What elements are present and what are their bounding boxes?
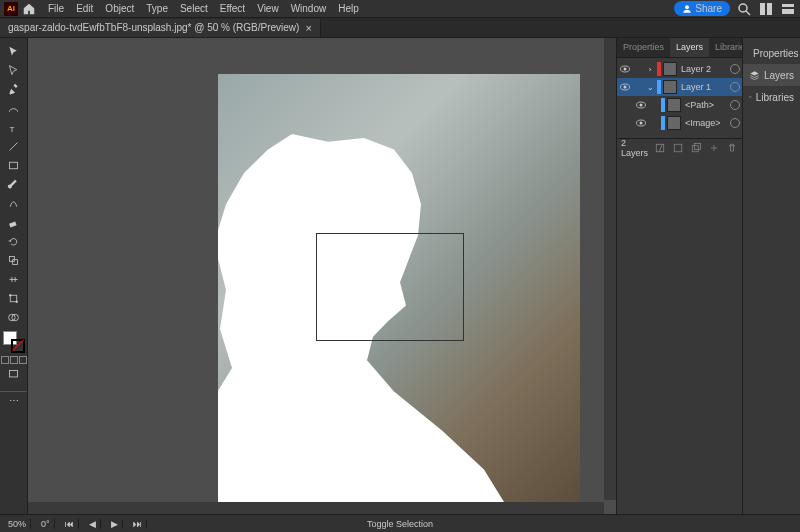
svg-rect-11 — [9, 256, 14, 261]
tool-line[interactable] — [3, 137, 25, 155]
layer-name[interactable]: Layer 1 — [679, 82, 728, 92]
target-icon[interactable] — [730, 100, 740, 110]
tools-panel: T ⋯ — [0, 38, 28, 514]
artboard-nav-first-icon[interactable]: ⏮ — [61, 519, 79, 529]
visibility-toggle-icon[interactable] — [619, 63, 631, 75]
tool-shape-builder[interactable] — [3, 308, 25, 326]
dock-label: Libraries — [756, 92, 794, 103]
share-button[interactable]: Share — [674, 1, 730, 16]
delete-layer-icon[interactable] — [726, 142, 738, 154]
layers-panel-footer: 2 Layers — [617, 138, 742, 156]
target-icon[interactable] — [730, 64, 740, 74]
libraries-icon — [749, 90, 752, 104]
app-logo: Ai — [4, 2, 18, 16]
tool-rectangle[interactable] — [3, 156, 25, 174]
menu-view[interactable]: View — [251, 3, 285, 14]
canvas[interactable] — [28, 38, 616, 514]
new-sublayer-icon[interactable] — [690, 142, 702, 154]
menu-select[interactable]: Select — [174, 3, 214, 14]
svg-line-8 — [9, 142, 17, 150]
panel-tab-properties[interactable]: Properties — [617, 38, 670, 57]
zoom-level[interactable]: 50% — [4, 519, 31, 529]
expand-toggle-icon[interactable]: › — [645, 65, 655, 74]
dock-item-layers[interactable]: Layers — [743, 64, 800, 86]
share-label: Share — [695, 3, 722, 14]
tool-paintbrush[interactable] — [3, 175, 25, 193]
svg-point-14 — [9, 294, 11, 296]
scrollbar-vertical[interactable] — [604, 38, 616, 500]
document-tab-title: gaspar-zaldo-tvdEwfbTbF8-unsplash.jpg* @… — [8, 22, 299, 33]
right-dock: Properties Layers Libraries — [742, 38, 800, 514]
rotate-view[interactable]: 0° — [37, 519, 55, 529]
tool-rotate[interactable] — [3, 232, 25, 250]
artboard-nav-prev-icon[interactable]: ◀ — [85, 519, 101, 529]
menu-help[interactable]: Help — [332, 3, 365, 14]
stroke-color-swatch[interactable] — [11, 339, 25, 353]
tool-selection[interactable] — [3, 42, 25, 60]
target-icon[interactable] — [730, 118, 740, 128]
layer-thumbnail — [667, 116, 681, 130]
menu-object[interactable]: Object — [99, 3, 140, 14]
tab-close-icon[interactable]: × — [305, 22, 311, 34]
sublayer-row[interactable]: <Path> — [617, 96, 742, 114]
tool-pen[interactable] — [3, 80, 25, 98]
artboard-nav-last-icon[interactable]: ⏭ — [129, 519, 147, 529]
locate-object-icon[interactable] — [654, 142, 666, 154]
tool-eraser[interactable] — [3, 213, 25, 231]
svg-point-15 — [16, 300, 18, 302]
draw-mode-icons[interactable] — [1, 356, 27, 364]
edit-toolbar-button[interactable]: ⋯ — [0, 391, 27, 409]
layer-thumbnail — [667, 98, 681, 112]
document-tabbar: gaspar-zaldo-tvdEwfbTbF8-unsplash.jpg* @… — [0, 18, 800, 38]
layer-name[interactable]: Layer 2 — [679, 64, 728, 74]
tool-width[interactable] — [3, 270, 25, 288]
artboard-nav-next-icon[interactable]: ▶ — [107, 519, 123, 529]
svg-rect-34 — [749, 96, 751, 98]
sublayer-name[interactable]: <Path> — [683, 100, 728, 110]
target-icon[interactable] — [730, 82, 740, 92]
layers-list: › Layer 2 ⌄ Layer 1 <Path> — [617, 58, 742, 134]
layer-thumbnail — [663, 62, 677, 76]
arrange-documents-icon[interactable] — [758, 1, 774, 17]
layer-row[interactable]: › Layer 2 — [617, 60, 742, 78]
sublayer-name[interactable]: <Image> — [683, 118, 728, 128]
svg-line-2 — [746, 11, 750, 15]
search-icon[interactable] — [736, 1, 752, 17]
sublayer-row[interactable]: <Image> — [617, 114, 742, 132]
layers-count-label: 2 Layers — [621, 138, 648, 158]
panel-tab-layers[interactable]: Layers — [670, 38, 709, 57]
svg-rect-10 — [9, 221, 16, 227]
dock-item-libraries[interactable]: Libraries — [743, 86, 800, 108]
new-layer-icon[interactable] — [708, 142, 720, 154]
menu-type[interactable]: Type — [140, 3, 174, 14]
svg-point-22 — [624, 86, 627, 89]
tool-screen-mode[interactable] — [3, 365, 25, 383]
visibility-toggle-icon[interactable] — [635, 117, 647, 129]
layers-panel: Properties Layers Libraries ≡ › Layer 2 … — [616, 38, 742, 514]
color-swatches[interactable] — [3, 331, 25, 353]
svg-rect-6 — [782, 9, 794, 14]
tool-direct-selection[interactable] — [3, 61, 25, 79]
tool-curvature[interactable] — [3, 99, 25, 117]
menu-edit[interactable]: Edit — [70, 3, 99, 14]
svg-rect-13 — [10, 295, 17, 302]
layer-row[interactable]: ⌄ Layer 1 — [617, 78, 742, 96]
workspace-switcher-icon[interactable] — [780, 1, 796, 17]
tool-shaper[interactable] — [3, 194, 25, 212]
document-tab[interactable]: gaspar-zaldo-tvdEwfbTbF8-unsplash.jpg* @… — [0, 19, 321, 37]
tool-free-transform[interactable] — [3, 289, 25, 307]
scrollbar-horizontal[interactable] — [28, 502, 604, 514]
expand-toggle-icon[interactable]: ⌄ — [645, 83, 655, 92]
make-clipping-mask-icon[interactable] — [672, 142, 684, 154]
menu-file[interactable]: File — [42, 3, 70, 14]
menu-effect[interactable]: Effect — [214, 3, 251, 14]
tool-type[interactable]: T — [3, 118, 25, 136]
visibility-toggle-icon[interactable] — [635, 99, 647, 111]
selection-marquee — [316, 233, 464, 341]
tool-scale[interactable] — [3, 251, 25, 269]
menu-window[interactable]: Window — [285, 3, 333, 14]
visibility-toggle-icon[interactable] — [619, 81, 631, 93]
home-icon[interactable] — [22, 2, 36, 16]
dock-item-properties[interactable]: Properties — [743, 42, 800, 64]
svg-rect-29 — [692, 145, 698, 151]
